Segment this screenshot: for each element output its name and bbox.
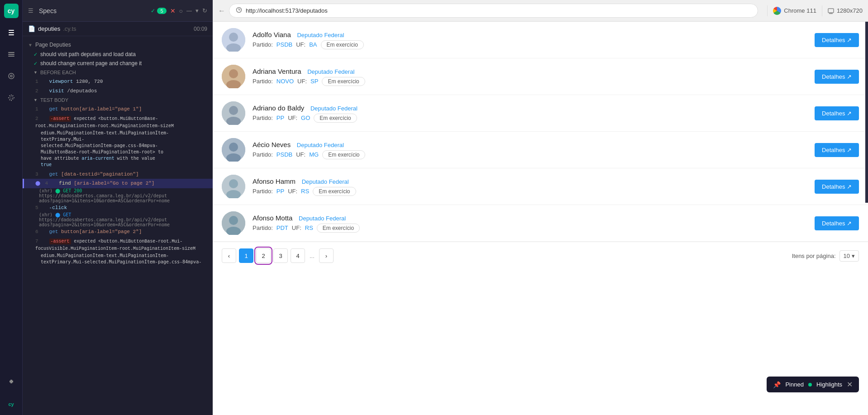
deputy-details-5: Partido: PDT UF: RS Em exercício	[253, 224, 807, 233]
hamburger-icon: ☰	[28, 7, 33, 14]
test-tree: ▼ Page Deputies ✓ should visit path depu…	[23, 36, 213, 415]
svg-rect-0	[9, 30, 14, 31]
deputy-name-5: Afonso Motta	[253, 214, 292, 222]
pinned-label: Pinned	[785, 381, 803, 388]
before-each-chevron: ▼	[33, 70, 38, 75]
nav-run-icon[interactable]	[4, 25, 19, 40]
deputy-name-4: Afonso Hamm	[253, 177, 296, 185]
be-line-1-val: 1280, 720	[76, 79, 103, 84]
deputy-avatar-0	[222, 28, 245, 52]
code-line-2: 2 -assert expected <button.MuiButtonBase…	[23, 114, 213, 130]
details-btn-2[interactable]: Detalhes ↗	[815, 106, 859, 120]
browser-toolbar: ← http://localhost:5173/deputados Chrome…	[213, 0, 868, 22]
deputy-name-1: Adriana Ventura	[253, 67, 301, 75]
deputy-name-3: Aécio Neves	[253, 141, 291, 148]
refresh-icon[interactable]: ↻	[202, 7, 207, 14]
uf-label-1: UF:	[297, 78, 307, 85]
kw-viewport: viewport	[49, 79, 73, 84]
address-url: http://localhost:5173/deputados	[246, 7, 328, 14]
status-badge-5: Em exercício	[317, 224, 360, 233]
deputy-role-2: Deputado Federal	[310, 105, 358, 112]
deputy-avatar-2	[222, 101, 245, 125]
kw-assert-2: -assert	[49, 239, 71, 244]
details-btn-5[interactable]: Detalhes ↗	[815, 216, 859, 230]
nav-selector-icon[interactable]	[4, 69, 19, 83]
deputy-avatar-3	[222, 138, 245, 162]
page-ellipsis: ...	[308, 253, 316, 259]
partido-label-4: Partido:	[253, 188, 273, 195]
details-btn-4[interactable]: Detalhes ↗	[815, 180, 859, 194]
uf-label-4: UF:	[288, 188, 297, 195]
uf-label-5: UF:	[292, 224, 301, 231]
nav-settings-icon[interactable]	[4, 91, 19, 105]
items-per-page-select[interactable]: 10 ▾	[839, 250, 859, 262]
code-line-1: 1 get button[aria-label="page 1"]	[23, 105, 213, 114]
code-line-6: 6 get button[aria-label="page 2"]	[23, 227, 213, 237]
page-btn-3[interactable]: 3	[273, 248, 288, 263]
pagination-bar: ‹ 1 2 3 4 ... › Itens por página: 10 ▾	[213, 242, 868, 269]
partido-val-1: NOVO	[277, 78, 294, 85]
code-line-be-2: 2 visit /deputados	[23, 86, 213, 96]
page-btn-4[interactable]: 4	[291, 248, 305, 263]
browser-panel: ← http://localhost:5173/deputados Chrome…	[213, 0, 868, 415]
nav-back-icon[interactable]: ←	[218, 7, 225, 15]
chrome-version: Chrome 111	[784, 7, 816, 14]
test-item-2[interactable]: ✓ should change current page and change …	[23, 59, 213, 68]
line-num-tb-7: 7	[35, 238, 43, 245]
page-prev-btn[interactable]: ‹	[222, 248, 236, 263]
svg-rect-1	[9, 32, 14, 33]
code-val-4: [aria-label="Go to page 2"]	[74, 181, 154, 186]
suite-label[interactable]: ▼ Page Deputies	[23, 40, 213, 50]
highlights-close-btn[interactable]: ✕	[847, 380, 853, 389]
deputy-item-5: Afonso Motta Deputado Federal Partido: P…	[213, 205, 868, 242]
assert-detail-1: edium.MuiPaginationItem-text.MuiPaginati…	[23, 130, 213, 170]
address-bar[interactable]: http://localhost:5173/deputados	[229, 4, 758, 18]
xhr-url-1: https://dadosabertos.camara.leg.br/api/v…	[23, 193, 213, 203]
svg-point-6	[9, 73, 14, 79]
line-num-1: 1	[35, 78, 43, 86]
kw-get-3: get	[49, 229, 58, 234]
svg-point-23	[229, 179, 238, 188]
partido-val-2: PP	[277, 114, 284, 121]
line-num-tb-3: 3	[35, 171, 43, 178]
status-badge-1: Em exercício	[322, 77, 365, 86]
deputy-info-3: Aécio Neves Deputado Federal Partido: PS…	[253, 141, 807, 159]
file-name-area: 📄 deputies .cy.ts	[28, 25, 76, 32]
top-bar-title: Specs	[39, 7, 57, 14]
deputy-list: Adolfo Viana Deputado Federal Partido: P…	[213, 22, 868, 415]
suite-chevron: ▼	[28, 43, 33, 48]
chrome-icon	[773, 7, 781, 15]
deputy-item-4: Afonso Hamm Deputado Federal Partido: PP…	[213, 168, 868, 205]
partido-val-3: PSDB	[277, 151, 292, 158]
page-btn-1[interactable]: 1	[239, 248, 253, 263]
kw-assert-1: -assert	[49, 116, 71, 122]
file-icon: 📄	[28, 25, 35, 32]
highlights-bar: 📌 Pinned Highlights ✕	[767, 377, 859, 392]
test-label-1: should visit path deputies and load data	[40, 51, 136, 57]
details-btn-1[interactable]: Detalhes ↗	[815, 70, 859, 84]
page-next-btn[interactable]: ›	[319, 248, 334, 263]
browser-right: Chrome 111 1280x720	[767, 5, 863, 16]
partido-label-5: Partido:	[253, 224, 273, 231]
svg-point-17	[229, 106, 238, 115]
details-btn-0[interactable]: Detalhes ↗	[815, 33, 859, 47]
nav-list-icon[interactable]	[4, 47, 19, 62]
svg-rect-4	[8, 54, 14, 55]
deputy-item-2: Adriano do Baldy Deputado Federal Partid…	[213, 95, 868, 132]
items-per-page-label: Itens por página:	[792, 253, 836, 259]
active-indicator: ⬤	[35, 181, 40, 186]
details-btn-3[interactable]: Detalhes ↗	[815, 143, 859, 157]
test-item-1[interactable]: ✓ should visit path deputies and load da…	[23, 50, 213, 59]
items-per-page: Itens por página: 10 ▾	[792, 250, 859, 262]
code-val-6: button[aria-label="page 2"]	[61, 229, 142, 234]
status-badge-0: Em exercício	[321, 40, 364, 49]
nav-plugin-icon[interactable]	[4, 375, 19, 390]
page-btn-2[interactable]: 2	[256, 248, 271, 263]
deputy-details-2: Partido: PP UF: GO Em exercício	[253, 114, 807, 123]
deputy-info-1: Adriana Ventura Deputado Federal Partido…	[253, 67, 807, 86]
code-line-4[interactable]: ⬤ 4 find [aria-label="Go to page 2"]	[23, 179, 213, 188]
xhr-line-2: (xhr) ⬤ GET	[23, 212, 213, 217]
partido-label-2: Partido:	[253, 114, 273, 121]
expand-chevron[interactable]: ▾	[196, 7, 199, 14]
uf-val-1: SP	[310, 78, 318, 85]
